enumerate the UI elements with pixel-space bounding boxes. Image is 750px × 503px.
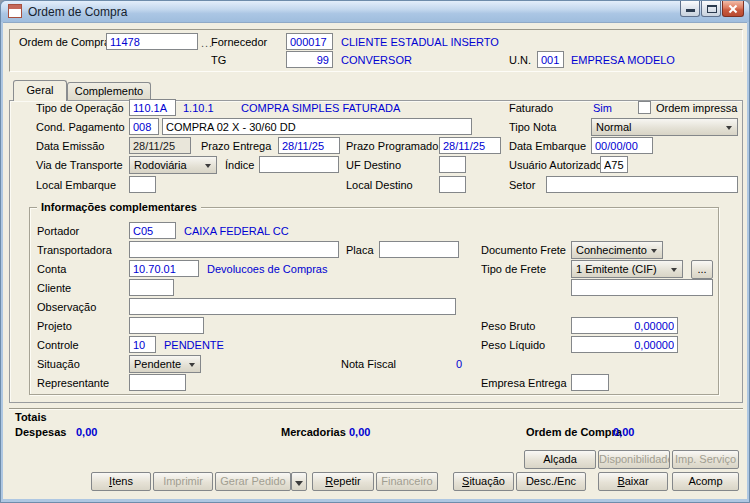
mercadorias-label: Mercadorias <box>281 426 346 439</box>
local-embarque-label: Local Embarque <box>36 179 116 192</box>
documento-frete-label: Documento Frete <box>481 244 566 257</box>
faturado-value: Sim <box>593 102 612 115</box>
fornecedor-input[interactable] <box>286 33 333 50</box>
peso-bruto-input[interactable] <box>571 317 678 334</box>
prazo-programado-input[interactable] <box>439 137 501 154</box>
cliente-input[interactable] <box>129 279 174 296</box>
transportadora-input[interactable] <box>129 241 339 258</box>
un-input[interactable] <box>537 51 564 68</box>
situacao-select[interactable]: Pendente <box>129 355 201 373</box>
cond-pagamento-label: Cond. Pagamento <box>36 121 125 134</box>
peso-bruto-label: Peso Bruto <box>481 320 535 333</box>
tipo-frete-lookup-button[interactable]: ... <box>691 260 713 279</box>
observacao-input[interactable] <box>129 298 456 315</box>
imprimir-button: Imprimir <box>153 472 213 491</box>
tipo-operacao-label: Tipo de Operação <box>36 102 124 115</box>
indice-label: Índice <box>225 159 254 172</box>
ordem-de-compra-window: Ordem de Compra Ordem de Compra ... Forn… <box>0 0 750 503</box>
prazo-programado-label: Prazo Programado <box>346 140 438 153</box>
ordem-compra-total-value: 0,00 <box>613 426 634 439</box>
prazo-entrega-label: Prazo Entrega <box>201 140 271 153</box>
totais-title: Totais <box>15 411 47 424</box>
via-transporte-select[interactable]: Rodoviária <box>129 156 217 174</box>
tg-input[interactable] <box>286 51 333 68</box>
tipo-operacao-input[interactable] <box>129 99 176 116</box>
uf-destino-label: UF Destino <box>346 159 401 172</box>
peso-liquido-label: Peso Líquido <box>481 339 545 352</box>
transportadora-label: Transportadora <box>37 244 112 257</box>
tg-desc: CONVERSOR <box>341 54 412 67</box>
portador-desc: CAIXA FEDERAL CC <box>184 225 289 238</box>
despesas-label: Despesas <box>15 426 66 439</box>
close-button[interactable] <box>722 1 744 17</box>
conta-desc: Devolucoes de Compras <box>207 263 327 276</box>
disponibilidade-button: Disponibilidade <box>598 450 670 469</box>
despesas-value: 0,00 <box>76 426 97 439</box>
imp-servico-button: Imp. Serviço <box>672 450 739 469</box>
empresa-entrega-label: Empresa Entrega <box>481 377 567 390</box>
empresa-entrega-input[interactable] <box>571 374 609 391</box>
tipo-operacao-desc: COMPRA SIMPLES FATURADA <box>241 102 400 115</box>
un-label: U.N. <box>509 54 531 67</box>
peso-liquido-input[interactable] <box>571 336 678 353</box>
gerar-pedido-button: Gerar Pedido <box>215 472 291 491</box>
ordem-input[interactable] <box>106 33 198 50</box>
alcada-button[interactable]: Alçada <box>524 450 596 469</box>
situacao-button[interactable]: Situação <box>453 472 514 491</box>
title-bar[interactable]: Ordem de Compra <box>1 1 749 22</box>
projeto-input[interactable] <box>129 317 204 334</box>
tipo-frete-select[interactable]: 1 Emitente (CIF) <box>571 260 683 278</box>
uf-destino-input[interactable] <box>439 156 466 173</box>
acomp-button[interactable]: Acomp <box>672 472 739 491</box>
window-title: Ordem de Compra <box>28 5 127 19</box>
observacao-label: Observação <box>37 301 96 314</box>
placa-input[interactable] <box>379 241 459 258</box>
placa-label: Placa <box>346 244 374 257</box>
cliente-label: Cliente <box>37 282 71 295</box>
close-icon <box>729 4 737 12</box>
indice-input[interactable] <box>259 156 339 173</box>
documento-frete-select[interactable]: Conhecimento <box>571 241 663 259</box>
financeiro-button: Financeiro <box>376 472 438 491</box>
data-embarque-input[interactable] <box>591 137 653 154</box>
local-embarque-input[interactable] <box>129 176 156 193</box>
baixar-button[interactable]: Baixar <box>598 472 668 491</box>
ordem-label: Ordem de Compra <box>19 36 110 49</box>
informacoes-complementares-title: Informações complementares <box>37 201 201 213</box>
usuario-autorizado-input[interactable] <box>600 156 628 173</box>
tab-geral[interactable]: Geral <box>13 80 67 101</box>
conta-label: Conta <box>37 263 66 276</box>
fornecedor-label: Fornecedor <box>211 36 267 49</box>
gerar-pedido-dropdown-button[interactable] <box>291 472 307 491</box>
minimize-button[interactable] <box>680 1 700 17</box>
tg-label: TG <box>211 54 226 67</box>
representante-input[interactable] <box>129 374 186 391</box>
ordem-impressa-checkbox[interactable] <box>638 101 651 114</box>
minimize-icon <box>686 9 695 12</box>
mercadorias-value: 0,00 <box>349 426 370 439</box>
tab-complemento[interactable]: Complemento <box>67 82 151 100</box>
cond-pagamento-code-input[interactable] <box>129 118 159 135</box>
prazo-entrega-input[interactable] <box>278 137 340 154</box>
fornecedor-desc: CLIENTE ESTADUAL INSERTO <box>341 36 499 49</box>
local-destino-label: Local Destino <box>346 179 413 192</box>
faturado-label: Faturado <box>509 102 553 115</box>
cond-pagamento-desc-input[interactable] <box>162 118 472 135</box>
window-icon <box>8 4 22 18</box>
tipo-frete-desc-input[interactable] <box>571 279 713 296</box>
portador-input[interactable] <box>129 222 176 239</box>
desc-enc-button[interactable]: Desc./Enc <box>516 472 586 491</box>
conta-input[interactable] <box>129 260 199 277</box>
local-destino-input[interactable] <box>439 176 466 193</box>
repetir-button[interactable]: Repetir <box>312 472 374 491</box>
maximize-icon <box>707 5 717 13</box>
data-emissao-input <box>129 137 191 154</box>
maximize-button[interactable] <box>701 1 721 17</box>
controle-input[interactable] <box>129 336 156 353</box>
setor-input[interactable] <box>546 176 738 193</box>
itens-button[interactable]: Itens <box>91 472 151 491</box>
controle-label: Controle <box>37 339 79 352</box>
data-embarque-label: Data Embarque <box>509 140 586 153</box>
data-emissao-label: Data Emissão <box>36 140 104 153</box>
tipo-nota-select[interactable]: Normal <box>591 118 738 136</box>
